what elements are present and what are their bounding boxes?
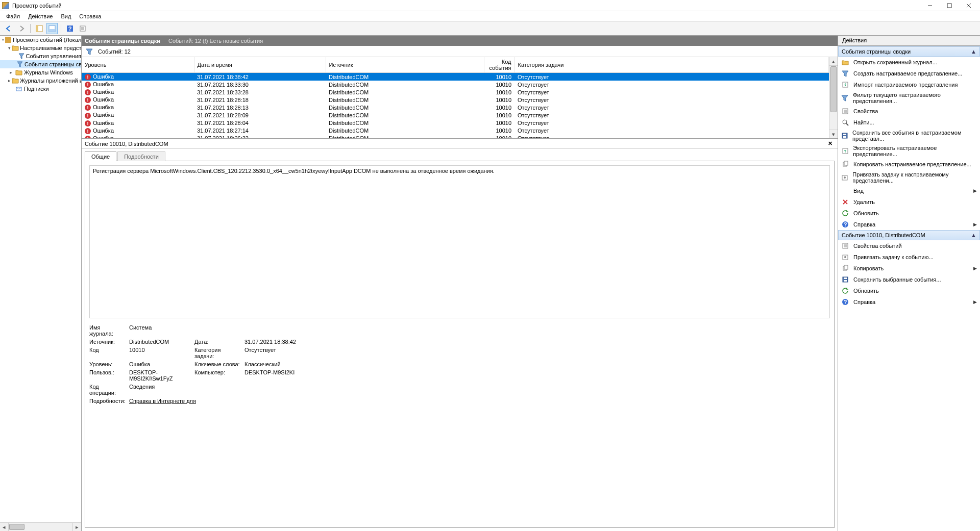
toolbar-separator — [61, 24, 61, 33]
action-item[interactable]: Фильтр текущего настраиваемого представл… — [838, 90, 980, 106]
table-row[interactable]: !Ошибка31.07.2021 18:28:09DistributedCOM… — [82, 111, 829, 119]
event-message: Регистрация сервера MicrosoftWindows.Cli… — [89, 165, 830, 318]
col-header-level[interactable]: Уровень — [82, 57, 194, 73]
action-item[interactable]: Свойства — [838, 106, 980, 117]
maximize-button[interactable] — [940, 1, 959, 10]
tree-custom-views[interactable]: ▾ Настраиваемые представле — [0, 44, 81, 52]
action-item[interactable]: Обновить — [838, 285, 980, 296]
import-icon — [841, 81, 849, 89]
action-item[interactable]: Привязать задачу к настраиваемому предст… — [838, 170, 980, 185]
svg-rect-22 — [843, 136, 846, 138]
cell-date: 31.07.2021 18:33:30 — [194, 81, 326, 88]
tree-windows-logs[interactable]: ▸ Журналы Windows — [0, 68, 81, 77]
error-icon: ! — [85, 74, 91, 80]
menu-file[interactable]: Файл — [2, 12, 24, 20]
action-item[interactable]: Сохранить все события в настраиваемом пр… — [838, 128, 980, 143]
action-item[interactable]: Импорт настраиваемого представления — [838, 79, 980, 90]
tab-content-general: Регистрация сервера MicrosoftWindows.Cli… — [85, 161, 835, 528]
cell-category: Отсутствует — [514, 119, 829, 127]
scroll-left-arrow[interactable]: ◂ — [0, 523, 9, 531]
error-icon: ! — [85, 82, 91, 88]
action-item[interactable]: Обновить — [838, 208, 980, 219]
action-item[interactable]: Найти... — [838, 117, 980, 128]
tree-summary-page[interactable]: События страницы свод — [0, 60, 81, 68]
show-tree-button[interactable] — [34, 23, 45, 34]
filter-icon — [17, 61, 23, 68]
col-header-code[interactable]: Код события — [484, 57, 514, 73]
actions-pane: Действия События страницы сводки ▲ Откры… — [838, 36, 980, 531]
tab-general[interactable]: Общие — [85, 151, 116, 161]
nav-back-button[interactable] — [3, 23, 14, 34]
action-item[interactable]: Сохранить выбранные события... — [838, 274, 980, 285]
collapse-icon[interactable]: ▲ — [971, 232, 976, 238]
help-button[interactable]: ? — [64, 23, 76, 34]
action-item[interactable]: ?Справка▶ — [838, 296, 980, 308]
tree-app-services[interactable]: ▸ Журналы приложений и сл — [0, 77, 81, 85]
scroll-thumb[interactable] — [9, 524, 24, 530]
action-item[interactable]: Удалить — [838, 196, 980, 208]
table-vertical-scrollbar[interactable]: ▴ ▾ — [829, 57, 838, 138]
menu-view[interactable]: Вид — [57, 12, 75, 20]
export-icon — [841, 147, 849, 155]
show-preview-button[interactable] — [46, 23, 58, 34]
svg-rect-40 — [844, 280, 847, 282]
table-row[interactable]: !Ошибка31.07.2021 18:33:30DistributedCOM… — [82, 81, 829, 88]
detail-close-button[interactable]: ✕ — [826, 140, 835, 147]
scroll-thumb[interactable] — [830, 66, 837, 112]
tree-subscriptions[interactable]: Подписки — [0, 85, 81, 93]
action-item[interactable]: Создать настраиваемое представление... — [838, 68, 980, 79]
col-header-category[interactable]: Категория задачи — [514, 57, 829, 73]
menu-action[interactable]: Действие — [24, 12, 57, 20]
table-row[interactable]: !Ошибка31.07.2021 18:27:14DistributedCOM… — [82, 127, 829, 135]
expand-icon[interactable]: ▸ — [8, 78, 11, 83]
cell-code: 10010 — [484, 111, 514, 119]
table-row[interactable]: !Ошибка31.07.2021 18:28:13DistributedCOM… — [82, 104, 829, 111]
app-icon — [2, 2, 9, 9]
action-item[interactable]: Копировать настраиваемое представление..… — [838, 159, 980, 170]
table-row[interactable]: !Ошибка31.07.2021 18:26:22DistributedCOM… — [82, 135, 829, 138]
expand-icon[interactable]: ▪ — [2, 37, 4, 42]
action-item[interactable]: Привязать задачу к событию... — [838, 251, 980, 263]
svg-point-35 — [844, 256, 846, 258]
folder-icon — [12, 77, 18, 84]
tree-admin-events[interactable]: События управления — [0, 52, 81, 60]
tree-root[interactable]: ▪ Просмотр событий (Локальны — [0, 36, 81, 44]
action-item[interactable]: Экспортировать настраиваемое представлен… — [838, 143, 980, 159]
actions-section-1-header[interactable]: События страницы сводки ▲ — [838, 46, 980, 57]
svg-text:?: ? — [844, 221, 847, 227]
menu-help[interactable]: Справка — [75, 12, 105, 20]
tab-details[interactable]: Подробности — [117, 151, 165, 161]
action-label: Справка — [853, 221, 875, 227]
action-item[interactable]: Вид▶ — [838, 185, 980, 196]
action-item[interactable]: Свойства событий — [838, 240, 980, 251]
action-item[interactable]: Открыть сохраненный журнал... — [838, 57, 980, 68]
table-row[interactable]: !Ошибка31.07.2021 18:33:28DistributedCOM… — [82, 88, 829, 96]
close-button[interactable] — [960, 1, 978, 10]
minimize-button[interactable] — [921, 1, 939, 10]
open-log-icon — [841, 58, 849, 66]
actions-section-2-header[interactable]: Событие 10010, DistributedCOM ▲ — [838, 230, 980, 240]
table-row[interactable]: !Ошибка31.07.2021 18:38:42DistributedCOM… — [82, 73, 829, 81]
scroll-down-arrow[interactable]: ▾ — [829, 130, 838, 138]
table-row[interactable]: !Ошибка31.07.2021 18:28:04DistributedCOM… — [82, 119, 829, 127]
tree-label: Просмотр событий (Локальны — [13, 37, 81, 43]
action-item[interactable]: Копировать▶ — [838, 263, 980, 274]
tree-horizontal-scrollbar[interactable]: ◂ ▸ — [0, 522, 81, 531]
scroll-right-arrow[interactable]: ▸ — [72, 523, 81, 531]
expand-icon[interactable]: ▸ — [8, 70, 14, 75]
properties-button[interactable] — [77, 23, 88, 34]
table-row[interactable]: !Ошибка31.07.2021 18:28:18DistributedCOM… — [82, 96, 829, 104]
action-label: Привязать задачу к настраиваемому предст… — [852, 171, 977, 184]
scroll-up-arrow[interactable]: ▴ — [829, 57, 838, 66]
prop-moreinfo-link[interactable]: Справка в Интернете для — [129, 398, 316, 404]
cell-date: 31.07.2021 18:26:22 — [194, 135, 326, 138]
collapse-icon[interactable]: ▾ — [8, 45, 11, 50]
cell-date: 31.07.2021 18:28:04 — [194, 119, 326, 127]
nav-forward-button[interactable] — [16, 23, 27, 34]
cell-code: 10010 — [484, 119, 514, 127]
action-item[interactable]: ?Справка▶ — [838, 219, 980, 230]
col-header-date[interactable]: Дата и время — [194, 57, 326, 73]
collapse-icon[interactable]: ▲ — [971, 48, 976, 55]
col-header-source[interactable]: Источник — [326, 57, 484, 73]
attach-task-icon — [841, 253, 849, 261]
